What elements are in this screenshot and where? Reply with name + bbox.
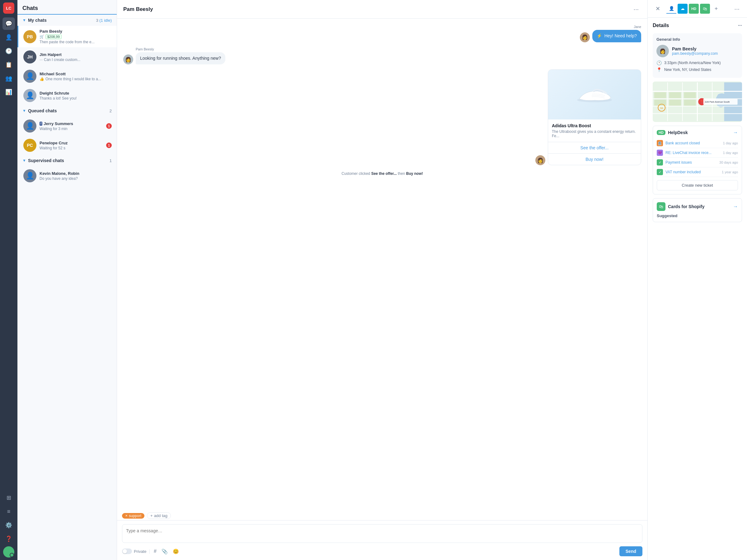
app-logo[interactable]: LC (3, 2, 14, 14)
nav-reports-icon[interactable]: 📋 (2, 58, 15, 71)
nav-analytics-icon[interactable]: 📊 (2, 86, 15, 98)
supervised-chats-section-header[interactable]: ▼ Supervised chats 1 (18, 155, 117, 166)
event-text: Customer clicked See the offer... then B… (123, 171, 641, 176)
chat-info: Dwight Schrute Thanks a lot! See you! (40, 91, 112, 101)
tags-row: ✕ support + add tag (117, 510, 647, 520)
svg-rect-14 (654, 92, 666, 98)
ticket-time: 1 day ago (723, 151, 738, 155)
panel-tab-icons: 👤 ☁ HD 🛍 + (666, 4, 721, 14)
message-input[interactable] (122, 524, 642, 543)
ticket-name: Payment issues (666, 160, 717, 165)
emoji-icon[interactable]: 😊 (172, 547, 180, 556)
hashtag-icon[interactable]: # (153, 547, 158, 555)
ticket-icon: 🏦 (657, 140, 663, 146)
avatar: 👤 (23, 89, 36, 102)
panel-tab-add[interactable]: + (711, 4, 721, 14)
private-label: Private (134, 549, 146, 554)
sidebar-title: Chats (18, 0, 117, 15)
ticket-name: RE: LiveChat invoice rece... (666, 151, 721, 155)
sidebar-item-michael-scott[interactable]: 👤 Michael Scott 👍 One more thing I would… (18, 66, 117, 86)
attachment-icon[interactable]: 📎 (160, 547, 169, 556)
person-time-row: 🕐 3:33pm (North America/New York) (656, 60, 738, 65)
panel-tab-shopify[interactable]: 🛍 (700, 4, 710, 14)
svg-text:228 Park Avenue South: 228 Park Avenue South (705, 101, 729, 103)
see-offer-button[interactable]: See the offer... (548, 142, 641, 153)
nav-chats-icon[interactable]: 💬 (2, 18, 15, 30)
chat-name: Pam Beesly (40, 29, 112, 34)
ticket-time: 30 days ago (719, 161, 738, 164)
nav-history-icon[interactable]: 🕐 (2, 45, 15, 57)
chat-name: Kevin Malone, Robin (40, 171, 112, 176)
nav-contacts-icon[interactable]: 👤 (2, 31, 15, 44)
shopify-arrow-icon[interactable]: → (733, 204, 738, 209)
avatar: JH (23, 50, 36, 63)
avatar: 👤 (23, 119, 36, 133)
chat-input-area: Private | # 📎 😊 Send (117, 520, 647, 560)
helpdesk-header: HD HelpDesk → (657, 130, 738, 135)
ticket-item-payment[interactable]: ✓ Payment issues 30 days ago (657, 158, 738, 167)
ticket-item-vat[interactable]: ✓ VAT number included 1 year ago (657, 167, 738, 177)
shopify-section: 🛍 Cards for Shopify → Suggested (653, 198, 742, 222)
sidebar-item-pam-beesly[interactable]: PB Pam Beesly 🛒 $208,99 Then paste the c… (18, 26, 117, 47)
facebook-icon: f (40, 122, 42, 126)
buy-now-button[interactable]: Buy now! (548, 153, 641, 165)
svg-text:📍: 📍 (700, 100, 704, 104)
ticket-icon: ✓ (657, 159, 663, 165)
info-person: 👩 Pam Beesly pam.beesly@company.com (656, 45, 738, 57)
nav-team-icon[interactable]: 👥 (2, 72, 15, 85)
person-email[interactable]: pam.beesly@company.com (672, 51, 718, 56)
tag-support[interactable]: ✕ support (122, 513, 145, 518)
user-avatar[interactable] (3, 546, 14, 558)
my-chats-section-header[interactable]: ▼ My chats 3 (1 idle) (18, 15, 117, 26)
chat-options-button[interactable]: ··· (631, 4, 641, 14)
create-ticket-button[interactable]: Create new ticket (657, 180, 738, 190)
details-title: Details ··· (653, 23, 742, 28)
chat-info: Kevin Malone, Robin Do you have any idea… (40, 171, 112, 181)
helpdesk-title: HelpDesk (668, 130, 730, 135)
details-options-icon[interactable]: ··· (738, 23, 742, 28)
queued-chats-count: 2 (109, 109, 112, 113)
chat-info: f Jerry Summers Waiting for 3 min (40, 121, 103, 131)
chat-header-actions: ··· (631, 4, 641, 14)
helpdesk-badge: HD (657, 130, 666, 135)
chat-name: f Jerry Summers (40, 121, 103, 126)
panel-tab-hd[interactable]: HD (689, 4, 699, 14)
nav-apps-icon[interactable]: ⊞ (2, 491, 15, 504)
close-panel-button[interactable]: ✕ (653, 4, 663, 14)
shopify-badge: 🛍 (657, 202, 666, 211)
sidebar-item-kevin-robin[interactable]: 👤 Kevin Malone, Robin Do you have any id… (18, 166, 117, 185)
helpdesk-arrow-icon[interactable]: → (733, 130, 738, 135)
panel-tab-person[interactable]: 👤 (666, 4, 676, 14)
ticket-item-invoice[interactable]: 💜 RE: LiveChat invoice rece... 1 day ago (657, 148, 738, 158)
right-panel-header: ✕ 👤 ☁ HD 🛍 + ··· (648, 0, 747, 18)
chat-preview: Thanks a lot! See you! (40, 96, 112, 101)
chat-info: Jim Halpert ··· Can I create custom... (40, 52, 112, 62)
message-column: Pam Beesly Looking for running shoes. An… (136, 47, 225, 65)
sidebar-item-penelope-cruz[interactable]: PC Penelope Cruz Waiting for 52 s 1 (18, 136, 117, 155)
add-tag-button[interactable]: + add tag (147, 512, 171, 519)
message-row-agent: Jane ⚡ Hey! Need help? 👩 (123, 25, 641, 42)
chat-preview: Waiting for 3 min (40, 127, 103, 131)
nav-settings-icon[interactable]: ⚙️ (2, 519, 15, 531)
remove-tag-icon[interactable]: ✕ (125, 514, 128, 517)
right-panel: ✕ 👤 ☁ HD 🛍 + ··· Details ··· General Inf… (647, 0, 747, 560)
nav-help-icon[interactable]: ❓ (2, 533, 15, 545)
sidebar-item-jerry-summers[interactable]: 👤 f Jerry Summers Waiting for 3 min 1 (18, 116, 117, 136)
supervised-chats-label: Supervised chats (28, 158, 109, 163)
send-button[interactable]: Send (619, 546, 642, 556)
chat-preview: 👍 One more thing I would like to a... (40, 77, 112, 81)
sidebar-item-dwight-schrute[interactable]: 👤 Dwight Schrute Thanks a lot! See you! (18, 86, 117, 105)
private-toggle[interactable] (122, 549, 132, 554)
panel-options-button[interactable]: ··· (732, 4, 742, 14)
chat-preview: Waiting for 52 s (40, 146, 103, 150)
avatar: PC (23, 139, 36, 152)
ticket-item-bank[interactable]: 🏦 Bank account closed 1 day ago (657, 138, 738, 148)
general-info-title: General Info (656, 37, 738, 42)
queued-chats-chevron: ▼ (22, 109, 26, 113)
nav-segments-icon[interactable]: ≡ (2, 505, 15, 518)
sidebar-item-jim-halpert[interactable]: JH Jim Halpert ··· Can I create custom..… (18, 47, 117, 66)
queued-chats-section-header[interactable]: ▼ Queued chats 2 (18, 105, 117, 116)
unread-badge: 1 (106, 142, 112, 148)
product-info: Adidas Ultra Boost The Ultraboost gives … (548, 119, 641, 142)
panel-tab-salesforce[interactable]: ☁ (677, 4, 688, 14)
